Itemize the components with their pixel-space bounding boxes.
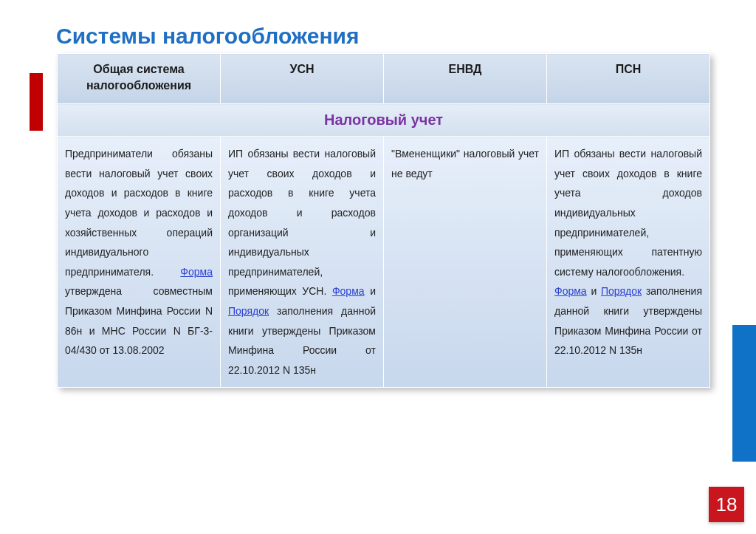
cell-general: Предприниматели обязаны вести налоговый … — [58, 137, 221, 388]
decorative-red-bar — [30, 73, 43, 131]
cell-general-text-post: утверждена совместным Приказом Минфина Р… — [65, 285, 213, 356]
link-order-usn[interactable]: Порядок — [228, 305, 269, 317]
slide: Системы налогообложения Общая система на… — [0, 0, 756, 534]
col-header-general: Общая система налогообложения — [58, 54, 221, 104]
section-title: Налоговый учет — [58, 104, 710, 137]
link-order-psn[interactable]: Порядок — [601, 285, 642, 297]
cell-psn-text-pre: ИП обязаны вести налоговый учет своих до… — [554, 148, 702, 278]
cell-envd: "Вмененщики" налоговый учет не ведут — [384, 137, 547, 388]
tax-systems-table: Общая система налогообложения УСН ЕНВД П… — [57, 53, 710, 388]
cell-usn: ИП обязаны вести налоговый учет своих до… — [221, 137, 384, 388]
cell-general-text-pre: Предприниматели обязаны вести налоговый … — [65, 148, 213, 278]
content-row: Предприниматели обязаны вести налоговый … — [58, 137, 710, 388]
link-form-usn[interactable]: Форма — [332, 285, 365, 297]
col-header-envd: ЕНВД — [384, 54, 547, 104]
page-number-badge: 18 — [709, 487, 744, 522]
page-title: Системы налогообложения — [56, 24, 359, 49]
cell-envd-text: "Вмененщики" налоговый учет не ведут — [391, 148, 539, 179]
link-form-general[interactable]: Форма — [180, 266, 213, 278]
cell-psn: ИП обязаны вести налоговый учет своих до… — [547, 137, 710, 388]
col-header-usn: УСН — [221, 54, 384, 104]
decorative-blue-block — [732, 325, 756, 462]
section-row: Налоговый учет — [58, 104, 710, 137]
cell-psn-mid: и — [587, 285, 601, 297]
cell-usn-mid: и — [365, 285, 376, 297]
link-form-psn[interactable]: Форма — [554, 285, 587, 297]
table-header-row: Общая система налогообложения УСН ЕНВД П… — [58, 54, 710, 104]
col-header-psn: ПСН — [547, 54, 710, 104]
cell-usn-text-pre: ИП обязаны вести налоговый учет своих до… — [228, 148, 376, 297]
